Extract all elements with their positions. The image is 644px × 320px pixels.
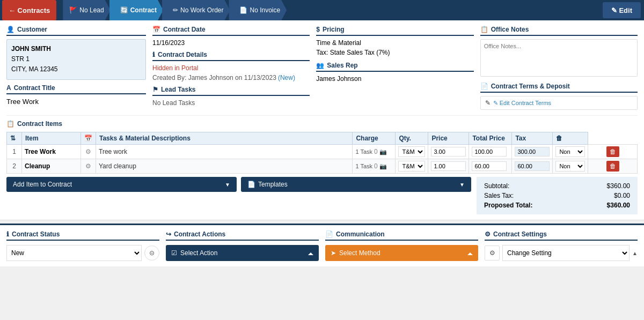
row-charge: 1 Task 0 📷 [353,159,396,174]
table-row: 1 Tree Work ⚙ Tree work 1 Task 0 📷 T&MFl… [7,145,638,159]
items-action-left: Add Item to Contract ▼ 📄 Templates ▼ [6,177,471,197]
invoice-icon: 📄 [239,6,247,14]
row-tax: Non7% [553,159,588,174]
settings-arrow-up: ▲ [632,250,638,256]
settings-gear-button[interactable]: ⚙ [485,245,500,261]
customer-section: 👤 Customer JOHN SMITH STR 1 CITY, MA 123… [6,26,146,110]
price-col-header: Price [428,132,469,145]
customer-info-box: JOHN SMITH STR 1 CITY, MA 12345 [6,39,146,80]
row-num: 1 [7,145,22,159]
proposed-total-row: Proposed Total: $360.00 [484,200,630,210]
bottom-grid: ℹ Contract Status New Approved In Progre… [0,224,644,266]
item-col-header: Item [22,132,81,145]
top-navigation: ← Contracts 🚩 No Lead 🔄 Contract ✏ No Wo… [0,0,644,20]
qty-input-1[interactable] [431,161,466,171]
row-price[interactable] [469,145,512,159]
main-content: 👤 Customer JOHN SMITH STR 1 CITY, MA 123… [0,20,644,220]
sales-rep-name: James Johnson [316,75,473,83]
qty-input-0[interactable] [431,147,466,157]
tasks-desc-col-header: Tasks & Material Descriptions [96,132,353,145]
calendar-icon: 📅 [152,26,160,33]
communication-icon: 📄 [325,230,333,238]
work-order-icon: ✏ [173,6,178,14]
charge-type-select-1[interactable]: T&MFlat [398,161,425,172]
status-circle-button[interactable]: ⊝ [144,245,159,261]
lead-icon: 🚩 [69,6,77,14]
contract-items-table: ⇅ Item 📅 Tasks & Material Descriptions C… [6,132,638,174]
row-gear[interactable]: ⚙ [81,159,96,174]
totals-box: Subtotal: $360.00 Sales Tax: $0.00 Propo… [477,177,638,214]
action-arrow-up [308,249,313,257]
back-to-contracts-button[interactable]: ← Contracts [2,0,56,20]
row-tasks: Yard cleanup [96,159,353,174]
delete-row-button-1[interactable]: 🗑 [606,161,619,172]
contract-date-section: 📅 Contract Date 11/16/2023 ℹ Contract De… [152,26,310,110]
nav-no-invoice[interactable]: 📄 No Invoice [229,0,287,20]
actions-icon: ↪ [166,230,171,238]
proposed-total-label: Proposed Total: [484,202,532,209]
row-gear[interactable]: ⚙ [81,145,96,159]
setting-row: ⚙ Change Setting ▲ [485,245,638,261]
tax-col-header: Tax [512,132,553,145]
status-select[interactable]: New Approved In Progress Completed [6,245,142,261]
select-action-button[interactable]: ☑ Select Action [166,245,319,261]
contract-items-section: 📋 Contract Items ⇅ Item 📅 Tasks & Materi… [6,115,638,214]
nav-no-work-order[interactable]: ✏ No Work Order [162,0,230,20]
title-icon: A [6,84,11,92]
hidden-in-portal: Hidden in Portal [152,64,310,72]
total-input-1 [515,161,550,171]
pricing-type: Time & Material [316,39,473,47]
qty-col-header: Qty. [396,132,428,145]
charge-type-select-0[interactable]: T&MFlat [398,146,425,157]
row-charge-type: T&MFlat [396,145,428,159]
dollar-icon: $ [316,26,320,33]
row-item: Tree Work [22,145,81,159]
edit-contract-terms-button[interactable]: ✎ ✎ Edit Contract Terms [480,96,638,110]
settings-gear-icon: ⚙ [485,230,491,238]
templates-button[interactable]: 📄 Templates ▼ [241,177,471,192]
charge-col-header: Charge [353,132,396,145]
contract-settings-section: ⚙ Contract Settings ⚙ Change Setting ▲ [485,230,638,261]
row-delete[interactable]: 🗑 [588,159,638,174]
customer-address1: STR 1 [11,54,141,64]
contract-settings-header: ⚙ Contract Settings [485,230,638,241]
price-input-1[interactable] [472,161,507,171]
row-delete[interactable]: 🗑 [588,145,638,159]
delete-col-header: 🗑 [553,132,588,145]
office-notes-textarea[interactable] [480,39,638,77]
contract-title-value: Tree Work [6,98,146,106]
communication-header: 📄 Communication [325,230,478,241]
pricing-header: $ Pricing [316,26,473,36]
delete-row-button-0[interactable]: 🗑 [606,146,619,157]
lead-tasks-icon: ⚑ [152,86,158,93]
edit-button[interactable]: ✎ Edit [603,2,641,18]
price-input-0[interactable] [472,147,507,157]
sort-col-header: ⇅ [7,132,22,145]
calendar-col-header: 📅 [81,132,96,145]
row-qty[interactable] [428,145,469,159]
contract-date-value: 11/16/2023 [152,39,310,47]
row-tasks: Tree work [96,145,353,159]
row-charge: 1 Task 0 📷 [353,145,396,159]
table-row: 2 Cleanup ⚙ Yard cleanup 1 Task 0 📷 T&MF… [7,159,638,174]
nav-no-lead[interactable]: 🚩 No Lead [63,0,110,20]
select-method-button[interactable]: ➤ Select Method [325,245,478,261]
created-by: Created By: James Johnson on 11/13/2023 … [152,74,310,81]
change-setting-select[interactable]: Change Setting [502,245,630,261]
tax-select-0[interactable]: Non7% [555,146,585,157]
customer-header: 👤 Customer [6,26,146,36]
new-badge[interactable]: (New) [278,74,295,81]
contract-items-header: 📋 Contract Items [6,120,638,128]
lead-tasks-value: No Lead Tasks [152,99,310,107]
sales-tax-value: $0.00 [614,192,630,199]
action-checkbox-icon: ☑ [171,249,177,257]
contract-date-header: 📅 Contract Date [152,26,310,36]
add-item-button[interactable]: Add Item to Contract ▼ [6,177,237,192]
row-qty[interactable] [428,159,469,174]
customer-city: CITY, MA 12345 [11,64,141,75]
tax-select-1[interactable]: Non7% [555,161,585,172]
nav-contract[interactable]: 🔄 Contract [109,0,163,20]
row-price[interactable] [469,159,512,174]
status-icon: ℹ [6,230,9,238]
customer-name: JOHN SMITH [11,44,141,54]
